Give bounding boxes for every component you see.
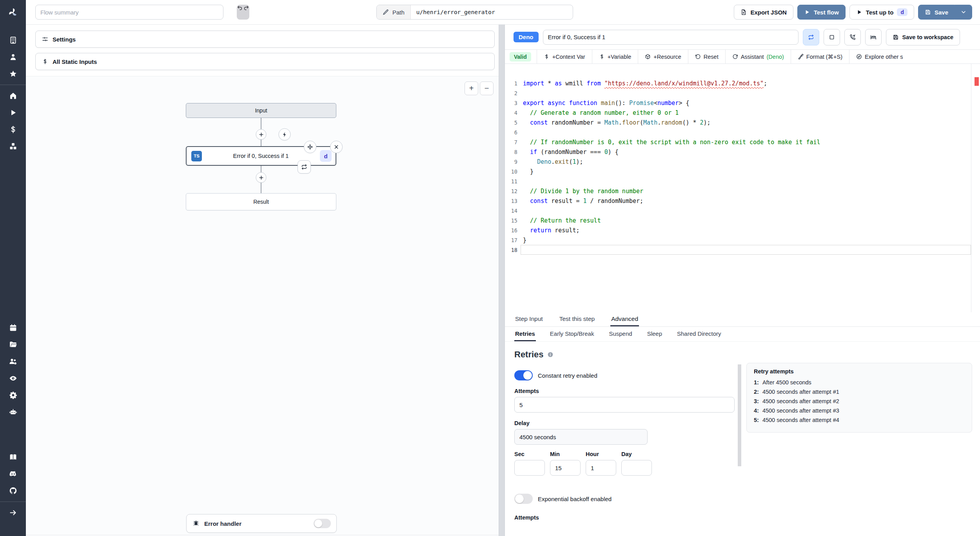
sidebar-item-star-icon[interactable] <box>0 65 26 82</box>
sidebar-item-folder-icon[interactable] <box>0 336 26 353</box>
panel-resize-handle[interactable] <box>499 25 505 536</box>
undo-button[interactable] <box>237 5 243 11</box>
delay-sec-input[interactable] <box>514 460 545 476</box>
sidebar-item-github-icon[interactable] <box>0 482 26 499</box>
editor-toolbar-context-var-button[interactable]: +Context Var <box>537 50 592 63</box>
code-line-17[interactable]: 17} <box>505 235 971 245</box>
tab-test-this-step[interactable]: Test this step <box>559 312 595 326</box>
subtab-early-stop-break[interactable]: Early Stop/Break <box>549 327 595 341</box>
step-name-input[interactable] <box>543 30 799 45</box>
sidebar-item-user-icon[interactable] <box>0 49 26 65</box>
editor-toolbar-assistant-button[interactable]: Assistant (Deno) <box>725 50 791 63</box>
sidebar-item-boxes-icon[interactable] <box>0 138 26 155</box>
code-line-2[interactable]: 2 <box>505 88 971 98</box>
redo-button[interactable] <box>243 5 249 11</box>
sidebar-item-play-icon[interactable] <box>0 104 26 121</box>
code-line-15[interactable]: 15 // Return the result <box>505 215 971 225</box>
tab-advanced[interactable]: Advanced <box>610 312 639 326</box>
code-editor[interactable]: 1import * as wmill from "https://deno.la… <box>505 64 980 312</box>
line-number: 16 <box>505 227 517 234</box>
save-to-workspace-button[interactable]: Save to workspace <box>886 29 960 45</box>
attempts-input[interactable] <box>514 397 735 413</box>
zoom-in-button[interactable]: + <box>465 81 478 95</box>
code-line-8[interactable]: 8 if (randomNumber === 0) { <box>505 147 971 157</box>
editor-toolbar-resource-button[interactable]: +Resource <box>638 50 688 63</box>
insert-step-button-top[interactable] <box>256 129 267 140</box>
editor-toolbar-format-s-button[interactable]: Format (⌘+S) <box>791 50 849 63</box>
flow-canvas[interactable]: + − Input TS Error if 0, <box>26 76 499 536</box>
code-line-14[interactable]: 14 <box>505 206 971 215</box>
windmill-logo-icon[interactable] <box>0 0 26 25</box>
insert-step-button-bottom[interactable] <box>256 172 267 183</box>
code-line-12[interactable]: 12 // Divide 1 by the random number <box>505 186 971 196</box>
save-button[interactable]: Save <box>918 5 955 20</box>
sidebar-item-bot-icon[interactable] <box>0 404 26 420</box>
error-handler-node[interactable]: Error handler <box>186 514 337 533</box>
save-menu-button[interactable] <box>955 5 972 20</box>
subtab-suspend[interactable]: Suspend <box>608 327 633 341</box>
editor-toolbar-variable-button[interactable]: +Variable <box>592 50 638 63</box>
trigger-button[interactable] <box>279 129 291 141</box>
sidebar-item-home-icon[interactable] <box>0 87 26 104</box>
code-line-13[interactable]: 13 const result = 1 / randomNumber; <box>505 196 971 206</box>
code-line-7[interactable]: 7 // If randomNumber is 0, exit the scri… <box>505 137 971 147</box>
code-line-3[interactable]: 3export async function main(): Promise<n… <box>505 98 971 108</box>
code-line-6[interactable]: 6 <box>505 127 971 137</box>
code-line-4[interactable]: 4 // Generate a random number, either 0 … <box>505 108 971 118</box>
retries-scrollbar[interactable] <box>738 364 741 466</box>
sidebar-item-users-icon[interactable] <box>0 353 26 370</box>
subtab-sleep[interactable]: Sleep <box>646 327 663 341</box>
code-line-1[interactable]: 1import * as wmill from "https://deno.la… <box>505 78 971 88</box>
sidebar-item-eye-icon[interactable] <box>0 370 26 387</box>
test-flow-button[interactable]: Test flow <box>797 5 846 20</box>
info-icon[interactable] <box>547 351 554 358</box>
editor-toolbar-reset-button[interactable]: Reset <box>688 50 725 63</box>
time-field-label: Min <box>550 451 581 457</box>
line-text: const result = 1 / randomNumber; <box>517 197 643 205</box>
error-handler-toggle[interactable] <box>314 519 331 528</box>
retry-attempts-title: Retry attempts <box>754 368 965 375</box>
sidebar-item-arrow-right-icon[interactable] <box>0 504 26 521</box>
sleep-button[interactable] <box>865 29 882 45</box>
zoom-out-button[interactable]: − <box>480 81 494 95</box>
flow-node-result[interactable]: Result <box>186 193 336 210</box>
test-up-to-button[interactable]: Test up to d <box>849 5 914 20</box>
flow-node-input[interactable]: Input <box>186 103 336 118</box>
sidebar-item-discord-icon[interactable] <box>0 465 26 482</box>
line-number: 4 <box>505 110 517 116</box>
code-line-5[interactable]: 5 const randomNumber = Math.floor(Math.r… <box>505 118 971 127</box>
path-field[interactable]: Path u/henri/error_generator <box>376 5 573 20</box>
move-step-button[interactable] <box>304 141 316 153</box>
delay-min-input[interactable] <box>550 460 581 476</box>
subtab-shared-directory[interactable]: Shared Directory <box>676 327 722 341</box>
delay-hour-input[interactable] <box>586 460 616 476</box>
flow-settings-bar[interactable]: Settings <box>35 31 495 48</box>
line-text: } <box>517 237 526 244</box>
delay-input[interactable] <box>514 429 648 445</box>
code-line-11[interactable]: 11 <box>505 176 971 186</box>
constant-retry-toggle[interactable] <box>514 370 533 380</box>
editor-toolbar-explore-other-s-button[interactable]: Explore other s <box>849 50 910 63</box>
retry-attempt-row: 3:4500 seconds after attempt #2 <box>754 398 965 404</box>
code-line-9[interactable]: 9 Deno.exit(1); <box>505 157 971 167</box>
retry-settings-button[interactable] <box>803 29 819 45</box>
suspend-button[interactable] <box>844 29 861 45</box>
sidebar-item-book-icon[interactable] <box>0 449 26 465</box>
retry-indicator-button[interactable] <box>298 160 311 174</box>
sidebar-item-calendar-icon[interactable] <box>0 319 26 336</box>
all-static-inputs-bar[interactable]: All Static Inputs <box>35 53 495 70</box>
sidebar-item-dollar-icon[interactable] <box>0 121 26 138</box>
subtab-retries[interactable]: Retries <box>514 327 536 341</box>
exponential-backoff-toggle[interactable] <box>514 494 533 504</box>
delete-step-button[interactable] <box>330 141 343 153</box>
delay-day-input[interactable] <box>621 460 652 476</box>
export-json-button[interactable]: Export JSON <box>734 5 793 20</box>
code-line-18[interactable]: 18 <box>505 245 971 255</box>
sidebar-item-gear-icon[interactable] <box>0 387 26 404</box>
sidebar-item-building-icon[interactable] <box>0 32 26 49</box>
code-line-16[interactable]: 16 return result; <box>505 225 971 235</box>
flow-summary-input[interactable] <box>35 5 223 20</box>
code-line-10[interactable]: 10 } <box>505 167 971 176</box>
early-stop-button[interactable] <box>824 29 840 45</box>
tab-step-input[interactable]: Step Input <box>514 312 544 326</box>
